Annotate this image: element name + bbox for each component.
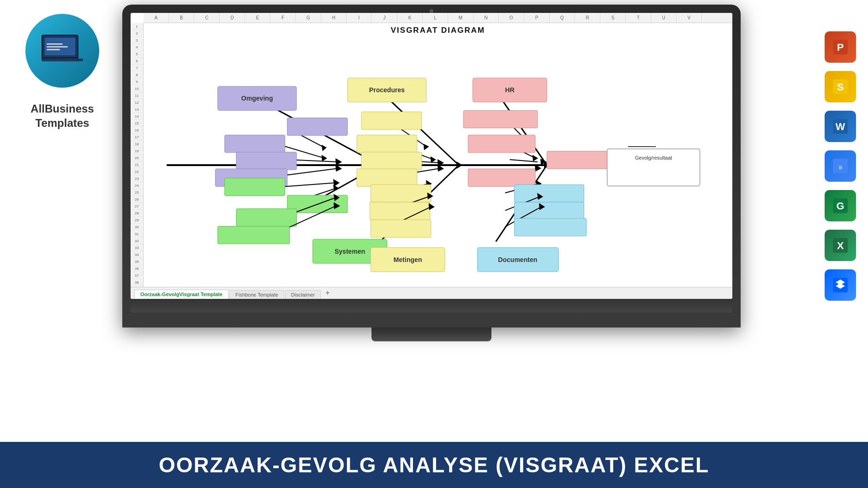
svg-text:S: S [837,81,844,93]
docs-icon[interactable]: ≡ [825,150,856,182]
svg-text:W: W [836,121,845,132]
svg-rect-83 [218,226,290,244]
brand-name: AllBusiness Templates [30,101,94,130]
svg-rect-61 [468,135,535,153]
col-g: G [296,13,321,23]
laptop-container: A B C D E F G H I J K L M N O P Q [111,5,752,341]
col-l: L [423,13,448,23]
svg-rect-68 [607,149,700,186]
left-sidebar: AllBusiness Templates [0,0,125,332]
col-f: F [270,13,296,23]
word-icon[interactable]: W [825,111,856,142]
dropbox-icon[interactable] [825,269,856,301]
tab-active[interactable]: Oorzaak-GevolgVisgraat Template [134,290,228,299]
col-n: N [473,13,499,23]
col-b: B [169,13,194,23]
laptop-outer: A B C D E F G H I J K L M N O P Q [122,5,741,327]
svg-text:G: G [836,200,844,212]
col-j: J [372,13,397,23]
laptop-icon [42,35,83,67]
svg-text:Metingen: Metingen [394,256,422,263]
svg-text:Systemen: Systemen [335,248,365,255]
svg-rect-30 [287,118,347,135]
col-t: T [626,13,651,23]
svg-rect-77 [225,178,285,196]
svg-rect-105 [515,219,587,236]
fishbone-diagram: Omgeving [144,36,732,299]
camera-dot [430,9,433,13]
right-sidebar: P S W ≡ G X [813,0,868,332]
svg-text:Procedures: Procedures [369,86,405,94]
svg-rect-102 [515,202,584,220]
col-d: D [220,13,245,23]
excel-icon[interactable]: X [825,230,856,261]
svg-text:HR: HR [505,86,515,94]
svg-rect-33 [225,135,285,153]
laptop-base [131,299,732,313]
svg-marker-76 [333,179,340,186]
col-q: Q [550,13,575,23]
slides-icon[interactable]: S [825,71,856,102]
svg-rect-50 [361,152,422,170]
svg-marker-43 [424,144,429,150]
svg-rect-91 [370,202,430,220]
svg-marker-93 [429,203,435,210]
col-o: O [499,13,524,23]
svg-rect-58 [463,110,538,128]
svg-text:P: P [837,42,844,53]
col-h: H [321,13,347,23]
laptop-screen: A B C D E F G H I J K L M N O P Q [131,13,732,299]
logo-circle [25,14,99,88]
col-s: S [600,13,626,23]
row-1: 1 [131,23,143,30]
tab-fishbone[interactable]: Fishbone Template [229,290,284,299]
svg-text:Omgeving: Omgeving [241,95,273,102]
svg-rect-63 [547,151,612,169]
svg-text:Gevolg/resultaat: Gevolg/resultaat [635,155,672,161]
col-r: R [575,13,600,23]
svg-rect-53 [357,169,417,186]
row-2: 2 [131,30,143,37]
col-a: A [144,13,169,23]
svg-rect-44 [361,112,422,129]
bottom-bar: OORZAAK-GEVOLG ANALYSE (VISGRAAT) EXCEL [0,442,868,488]
footer-title: OORZAAK-GEVOLG ANALYSE (VISGRAAT) EXCEL [159,452,709,477]
col-m: M [448,13,473,23]
svg-rect-94 [371,220,431,238]
col-u: U [651,13,676,23]
col-v: V [676,13,702,23]
powerpoint-icon[interactable]: P [825,31,856,63]
sheets-icon[interactable]: G [825,190,856,221]
svg-rect-36 [236,152,297,170]
col-k: K [397,13,423,23]
svg-marker-32 [322,155,327,161]
tab-disclaimer[interactable]: Disclaimer [285,290,321,299]
svg-text:Documenten: Documenten [498,256,537,263]
svg-rect-47 [357,135,417,153]
add-sheet-button[interactable]: + [322,287,333,299]
svg-rect-67 [468,169,535,186]
diagram-title: VISGRAAT DIAGRAM [144,26,732,35]
svg-rect-88 [371,184,431,202]
col-e: E [245,13,270,23]
svg-marker-29 [322,145,327,151]
svg-marker-60 [533,155,538,161]
svg-marker-20 [456,161,462,169]
laptop-stand [371,327,491,341]
svg-text:≡: ≡ [838,164,842,171]
col-p: P [524,13,550,23]
svg-text:X: X [837,240,844,251]
col-i: I [347,13,372,23]
svg-rect-80 [236,208,297,226]
svg-rect-99 [515,184,584,202]
col-c: C [194,13,220,23]
